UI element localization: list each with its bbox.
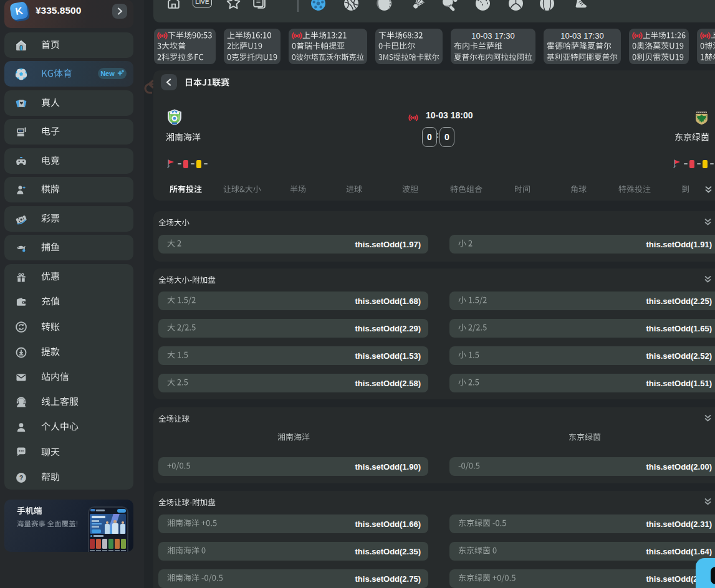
svg-text:777: 777 [19, 129, 24, 132]
svg-text:?: ? [19, 474, 23, 481]
